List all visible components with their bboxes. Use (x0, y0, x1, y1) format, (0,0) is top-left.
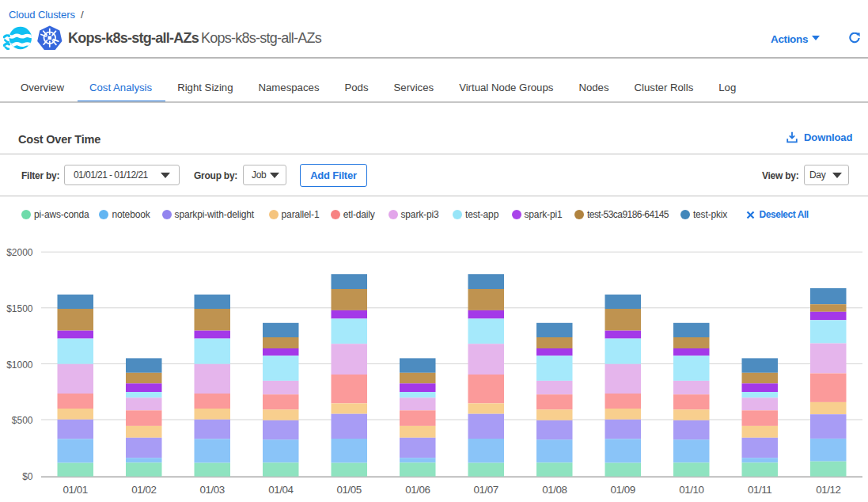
svg-text:01/11: 01/11 (748, 484, 771, 496)
svg-text:01/01: 01/01 (63, 484, 88, 496)
svg-text:01/12: 01/12 (816, 484, 840, 496)
svg-text:01/08: 01/08 (542, 484, 567, 496)
svg-text:01/04: 01/04 (268, 484, 294, 496)
svg-text:01/02: 01/02 (131, 484, 156, 496)
svg-text:$1000: $1000 (6, 359, 33, 371)
svg-text:01/05: 01/05 (337, 484, 362, 496)
svg-text:01/09: 01/09 (611, 484, 635, 496)
svg-text:$0: $0 (22, 471, 33, 482)
svg-text:01/07: 01/07 (474, 484, 498, 496)
svg-text:01/06: 01/06 (405, 484, 430, 496)
svg-text:01/03: 01/03 (200, 484, 225, 496)
svg-text:$1500: $1500 (6, 303, 33, 314)
svg-text:01/10: 01/10 (679, 484, 703, 496)
svg-text:$500: $500 (12, 415, 33, 426)
svg-text:$2000: $2000 (6, 247, 33, 258)
